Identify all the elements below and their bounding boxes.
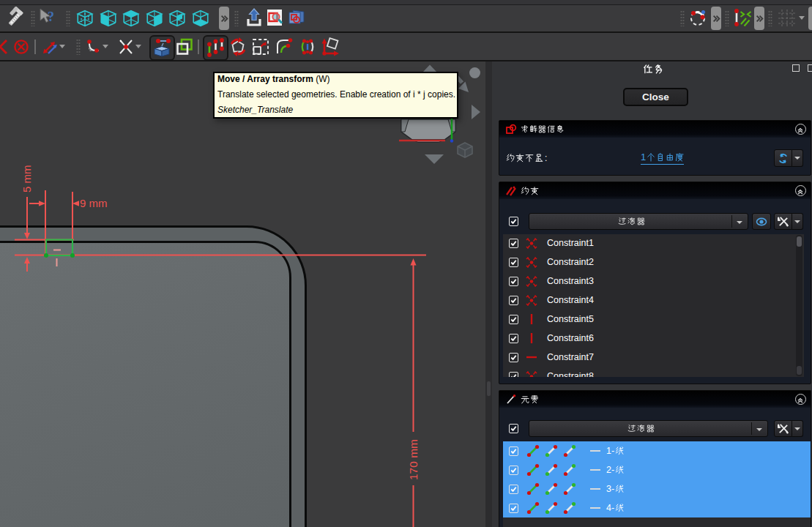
svg-text:5 mm: 5 mm xyxy=(21,165,33,193)
svg-text:170 mm: 170 mm xyxy=(407,439,420,480)
svg-text:9 mm: 9 mm xyxy=(80,197,108,209)
svg-text:?: ? xyxy=(48,10,54,24)
